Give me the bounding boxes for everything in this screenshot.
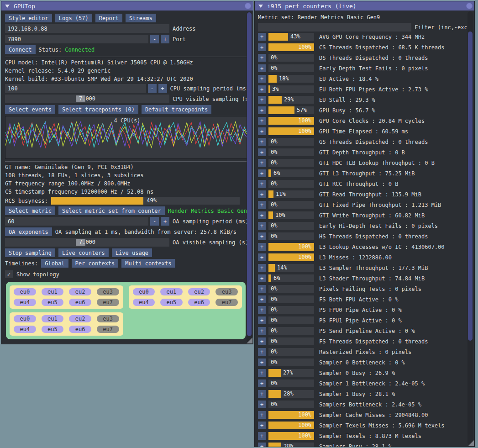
expand-counter-button[interactable]: + [258,337,266,345]
cpu-sampling-period-input[interactable]: 100 [5,84,146,93]
expand-counter-button[interactable]: + [258,222,266,230]
counter-list: +43%AVG GPU Core Frequency : 344 MHz+100… [255,32,467,447]
scrollbar-thumb[interactable] [247,12,252,336]
i915-scrollbar[interactable] [467,11,473,445]
expand-counter-button[interactable]: + [258,358,266,366]
counter-row: +6%GTI L3 Throughput : 75.25 MiB [255,168,467,179]
collapse-arrow-icon[interactable] [5,5,10,8]
address-input[interactable]: 192.168.0.88 [5,24,169,33]
expand-counter-button[interactable]: + [258,306,266,314]
expand-counter-button[interactable]: + [258,369,266,377]
expand-counter-button[interactable]: + [258,253,266,261]
cpu-sampling-minus-button[interactable]: - [148,84,157,93]
select-metric-set-from-counter-button[interactable]: Select metric set from counter [58,206,165,215]
expand-counter-button[interactable]: + [258,148,266,156]
expand-counter-button[interactable]: + [258,201,266,209]
style-editor-button[interactable]: Style editor [5,14,52,22]
expand-counter-button[interactable]: + [258,64,266,72]
counter-row: +3%EU Both FPU Pipes Active : 2.73 % [255,84,467,95]
collapse-arrow-icon[interactable] [258,5,263,8]
expand-counter-button[interactable]: + [258,75,266,83]
select-events-button[interactable]: Select events [5,105,55,114]
show-topology-checkbox[interactable]: ✓ [5,270,13,278]
report-button[interactable]: Report [95,14,122,22]
oa-sampling-plus-button[interactable]: + [161,217,169,226]
counter-percent: 11% [276,190,286,198]
gputop-titlebar[interactable]: GPUTop [1,1,253,11]
eu-pill-eu4: eu4 [14,299,36,306]
expand-counter-button[interactable]: + [258,411,266,419]
expand-counter-button[interactable]: + [258,401,266,408]
close-icon[interactable] [245,3,251,9]
eu-pill-eu1: eu1 [42,315,64,322]
expand-counter-button[interactable]: + [258,422,266,429]
gpu-topology: eu0eu1eu2eu3eu4eu5eu6eu7eu0eu1eu2eu3eu4e… [6,282,246,339]
expand-counter-button[interactable]: + [258,327,266,335]
expand-counter-button[interactable]: + [258,159,266,167]
expand-counter-button[interactable]: + [258,127,266,135]
expand-counter-button[interactable]: + [258,96,266,104]
oa-exponents-button[interactable]: OA exponents [5,227,52,236]
counter-progress-bar: 0% [268,159,314,167]
gputop-scrollbar[interactable] [247,11,252,343]
logs-button[interactable]: Logs (57) [55,14,92,22]
live-counters-button[interactable]: Live counters [58,248,109,257]
expand-counter-button[interactable]: + [258,432,266,440]
expand-counter-button[interactable]: + [258,295,266,303]
expand-counter-button[interactable]: + [258,117,266,125]
counter-progress-bar: 14% [268,264,314,272]
gt-frequency-line: GT frequency range 100.0MHz / 800.0MHz [5,179,249,188]
counter-percent: 0% [271,348,277,356]
expand-counter-button[interactable]: + [258,169,266,177]
expand-counter-button[interactable]: + [258,106,266,114]
expand-counter-button[interactable]: + [258,243,266,251]
oa-sampling-minus-button[interactable]: - [150,217,159,226]
timeline-multi-contexts-button[interactable]: Multi contexts [121,259,175,268]
oa-visible-sampling-slider[interactable]: 7.000 [5,238,169,247]
cpu-sampling-plus-button[interactable]: + [158,84,167,93]
select-metric-button[interactable]: Select metric [5,206,55,215]
cpu-visible-sampling-slider[interactable]: 7.000 [5,95,169,103]
expand-counter-button[interactable]: + [258,348,266,356]
live-usage-button[interactable]: Live usage [112,248,152,257]
expand-counter-button[interactable]: + [258,43,266,51]
desktop: { "colors": { "accent_yellow": "#e5ab2d"… [0,0,478,448]
expand-counter-button[interactable]: + [258,274,266,282]
close-icon[interactable] [466,3,473,9]
scrollbar-thumb[interactable] [468,32,473,341]
expand-counter-button[interactable]: + [258,180,266,188]
timeline-per-contexts-button[interactable]: Per contexts [72,259,119,268]
expand-counter-button[interactable]: + [258,190,266,198]
select-tracepoints-button[interactable]: Select tracepoints (0) [58,105,138,114]
streams-button[interactable]: Streams [126,14,156,22]
expand-counter-button[interactable]: + [258,316,266,324]
expand-counter-button[interactable]: + [258,443,266,447]
expand-counter-button[interactable]: + [258,390,266,398]
expand-counter-button[interactable]: + [258,138,266,146]
timeline-global-button[interactable]: Global [41,259,68,268]
expand-counter-button[interactable]: + [258,232,266,240]
expand-counter-button[interactable]: + [258,54,266,62]
counter-row: +0%Rasterized Pixels : 0 pixels [255,347,467,357]
counter-row: +100%CS Threads Dispatched : 68.5 K thre… [255,42,467,53]
i915-titlebar[interactable]: i915 perf counters (live) [255,1,474,11]
port-plus-button[interactable]: + [161,35,169,43]
oa-sampling-period-input[interactable]: 60 [5,217,148,226]
resize-grip[interactable] [247,337,252,343]
default-tracepoints-button[interactable]: Default tracepoints [142,105,211,114]
expand-counter-button[interactable]: + [258,85,266,93]
counter-label: GPU Core Clocks : 20.84 M cycles [319,118,425,124]
stop-sampling-button[interactable]: Stop sampling [5,248,55,257]
expand-counter-button[interactable]: + [258,211,266,219]
expand-counter-button[interactable]: + [258,264,266,272]
expand-counter-button[interactable]: + [258,379,266,387]
expand-counter-button[interactable]: + [258,33,266,41]
expand-counter-button[interactable]: + [258,285,266,293]
filter-input[interactable] [258,23,411,32]
port-minus-button[interactable]: - [150,35,159,43]
resize-grip[interactable] [468,440,474,446]
port-input[interactable]: 7890 [5,35,148,43]
counter-row: +10%GTI Write Throughput : 60.82 MiB [255,210,467,221]
cpu-line-2 [5,122,249,148]
connect-button[interactable]: Connect [5,45,36,54]
